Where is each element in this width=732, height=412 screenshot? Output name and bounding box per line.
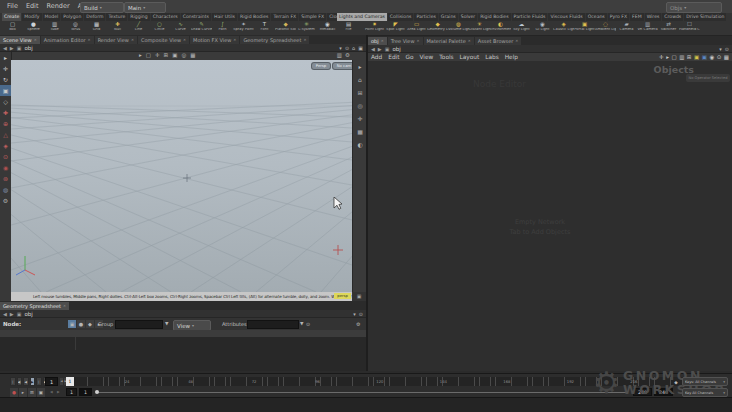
shelf-tool[interactable]: ◍ Volume Light bbox=[448, 21, 469, 35]
shelf-tab[interactable]: Pyro FX bbox=[608, 13, 629, 21]
path-text[interactable]: obj bbox=[392, 46, 400, 52]
viewport-side-icon[interactable]: ▦ bbox=[353, 125, 367, 138]
menu-item[interactable]: Add bbox=[368, 53, 385, 61]
network-toolbar-icon[interactable]: ▢ bbox=[671, 53, 676, 61]
menu-item[interactable]: Render bbox=[42, 0, 73, 13]
tool-strip-icon[interactable]: ✚ bbox=[0, 107, 11, 118]
tool-strip-icon[interactable]: ◈ bbox=[0, 140, 11, 151]
path-icon[interactable]: ⊙ bbox=[725, 46, 729, 52]
toolbar-icon[interactable]: ▣ bbox=[172, 52, 177, 58]
path-icon[interactable]: ▾ bbox=[353, 311, 356, 317]
network-editor-canvas[interactable]: Node Editor Objects No Operator Selected… bbox=[368, 61, 732, 371]
shelf-tab[interactable]: Rigid Bodies bbox=[238, 13, 270, 21]
shelf-tool[interactable]: ✷ Point Light bbox=[364, 21, 385, 35]
snapshot-icon[interactable]: ▣ bbox=[352, 292, 366, 301]
shelf-tool[interactable]: ☁ Sky Light bbox=[511, 21, 532, 35]
shelf-tool[interactable]: ◆ Geometry Light bbox=[427, 21, 448, 35]
tool-strip-icon[interactable]: ◇ bbox=[0, 96, 11, 107]
path-icon[interactable]: ▾ bbox=[719, 46, 722, 52]
forward-icon[interactable]: ▶ bbox=[378, 46, 382, 52]
tool-strip-icon[interactable]: ⊚ bbox=[0, 173, 11, 184]
forward-icon[interactable]: ▶ bbox=[10, 311, 14, 317]
component-type-icon[interactable]: ● bbox=[77, 320, 85, 328]
tool-strip-icon[interactable]: ◉ bbox=[0, 162, 11, 173]
menu-item[interactable]: Tools bbox=[436, 53, 456, 61]
shelf-tool[interactable]: ⇄ Switcher bbox=[658, 21, 679, 35]
shelf-tab[interactable]: Rigging bbox=[128, 13, 149, 21]
shelf-tab[interactable]: Particles bbox=[414, 13, 437, 21]
shelf-tool[interactable]: ▢ Box bbox=[2, 21, 23, 35]
close-icon[interactable]: ✕ bbox=[34, 36, 37, 44]
shelf-tab[interactable]: Oceans bbox=[586, 13, 607, 21]
path-icon[interactable]: ⌂ bbox=[352, 45, 355, 51]
shelf-tab[interactable]: Grains bbox=[439, 13, 458, 21]
close-icon[interactable]: ✕ bbox=[63, 302, 66, 310]
viewport-side-icon[interactable]: ✛ bbox=[353, 112, 367, 125]
toolbar-icon[interactable]: ✛ bbox=[155, 52, 160, 58]
keys-options-dropdown[interactable]: Keys: All Channels ▾ bbox=[682, 377, 728, 386]
shelf-tab[interactable]: Drive Simulation bbox=[684, 13, 726, 21]
network-toolbar-icon[interactable]: ▣ bbox=[694, 53, 699, 61]
network-toolbar-icon[interactable]: ⊞ bbox=[687, 53, 692, 61]
close-icon[interactable]: ✕ bbox=[183, 36, 186, 44]
viewport-side-icon[interactable]: ⌂ bbox=[353, 73, 367, 86]
back-icon[interactable]: ◀ bbox=[371, 46, 375, 52]
menu-item[interactable]: Labs bbox=[482, 53, 501, 61]
network-toolbar-icon[interactable]: ✛ bbox=[659, 53, 664, 61]
close-icon[interactable]: ✕ bbox=[468, 37, 471, 45]
shelf-tool[interactable]: ✎ Draw Curve bbox=[191, 21, 212, 35]
shelf-tab[interactable]: Characters bbox=[151, 13, 180, 21]
menu-item[interactable]: Go bbox=[402, 53, 416, 61]
pane-tab[interactable]: Scene View ✕ bbox=[0, 36, 40, 44]
transport-button[interactable]: |◀ bbox=[10, 377, 16, 386]
shelf-tool[interactable]: ▥ Tube bbox=[44, 21, 65, 35]
toolbar-icon[interactable]: ⊞ bbox=[164, 52, 169, 58]
shelf-tab[interactable]: Crowds bbox=[662, 13, 683, 21]
network-toolbar-icon[interactable]: ◉ bbox=[709, 53, 714, 61]
shelf-tab[interactable]: Rigid Bodies bbox=[478, 13, 510, 21]
transport-button[interactable]: |▶ bbox=[36, 377, 42, 386]
path-text[interactable]: obj bbox=[24, 45, 32, 51]
pane-tab[interactable]: Geometry Spreadsheet ✕ bbox=[0, 302, 69, 310]
network-toolbar-icon[interactable]: ▦ bbox=[724, 53, 729, 61]
shelf-tab[interactable]: FEM bbox=[630, 13, 644, 21]
filter-icon[interactable]: ▼ bbox=[165, 321, 168, 326]
tool-strip-icon[interactable]: △ bbox=[0, 129, 11, 140]
shelf-tab[interactable]: Collisions bbox=[388, 13, 414, 21]
tool-strip-icon[interactable]: ⊙ bbox=[0, 151, 11, 162]
menu-item[interactable]: Edit bbox=[22, 0, 43, 13]
close-icon[interactable]: ✕ bbox=[131, 36, 134, 44]
component-type-icon[interactable]: ◆ bbox=[86, 320, 94, 328]
group-input[interactable] bbox=[115, 320, 163, 329]
shelf-tab[interactable]: Hair Utils bbox=[212, 13, 237, 21]
toolbar-icon[interactable]: ▢ bbox=[146, 52, 151, 58]
menu-item[interactable]: File bbox=[3, 0, 22, 13]
context-selector[interactable]: Objs ▾ bbox=[666, 2, 722, 13]
toolbar-icon[interactable]: ▸ bbox=[139, 52, 142, 58]
shelf-tab[interactable]: Create bbox=[2, 13, 21, 21]
main-selector[interactable]: Main ▾ bbox=[124, 2, 166, 13]
component-type-icon[interactable]: ▣ bbox=[68, 320, 76, 328]
shelf-tool[interactable]: ∿ Curve bbox=[170, 21, 191, 35]
network-toolbar-icon[interactable]: ▸ bbox=[666, 53, 669, 61]
gear-icon[interactable]: ⚙ bbox=[356, 321, 360, 327]
shelf-tool[interactable]: ◌ Ambient Light bbox=[595, 21, 616, 35]
viewport-side-icon[interactable]: ▸ bbox=[353, 60, 367, 73]
close-icon[interactable]: ✕ bbox=[88, 36, 91, 44]
transport-button[interactable]: ◀| bbox=[17, 377, 23, 386]
close-icon[interactable]: ✕ bbox=[417, 37, 420, 45]
path-icon[interactable]: ▾ bbox=[339, 45, 342, 51]
toolbar-icon[interactable]: ▥ bbox=[337, 52, 342, 58]
shelf-tab[interactable]: Lights and Cameras bbox=[337, 13, 387, 21]
shelf-tab[interactable]: Texture bbox=[106, 13, 127, 21]
shelf-tool[interactable]: ∫ Path bbox=[212, 21, 233, 35]
playbar-option-icon[interactable]: ▸ bbox=[19, 388, 27, 397]
key-all-channels-dropdown[interactable]: Key All Channels ▾ bbox=[682, 388, 728, 397]
path-icon[interactable]: ▣ bbox=[358, 45, 363, 51]
range-slider-handle[interactable] bbox=[95, 390, 99, 394]
network-toolbar-icon[interactable]: ▣ bbox=[702, 53, 707, 61]
shelf-tool[interactable]: ▭ Area Light bbox=[406, 21, 427, 35]
tool-strip-icon[interactable]: ✛ bbox=[0, 63, 11, 74]
transport-button[interactable]: ▶ bbox=[30, 377, 36, 386]
path-icon[interactable]: ⊙ bbox=[345, 45, 349, 51]
